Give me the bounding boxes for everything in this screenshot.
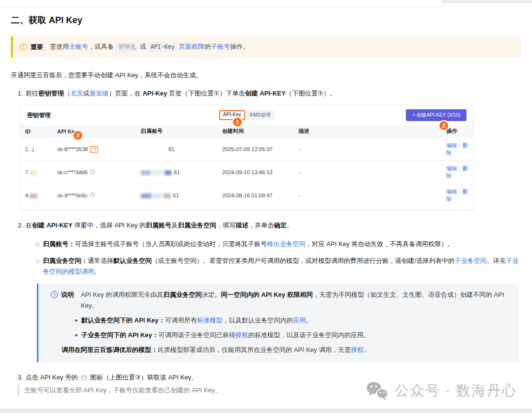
step-number: 2. bbox=[18, 220, 23, 231]
text-run: 可调用所有 bbox=[165, 317, 197, 324]
note-paragraph: ? 说明 API Key 的调用权限完全由其归属业务空间决定。同一空间内的 AP… bbox=[46, 289, 511, 311]
cell-id: 1...j bbox=[20, 138, 52, 161]
table-row: 4 sk-9****0e6c 51 2024-08-16 01:09:47 - … bbox=[20, 184, 473, 207]
link-default-workspace[interactable]: 默认业务空间 bbox=[113, 257, 152, 264]
redaction-blur bbox=[164, 193, 170, 198]
table-row: 7 sk-c****3dd6 61 2024-09-10 13:46:13 - … bbox=[20, 161, 473, 184]
top-right-partial-toolbar bbox=[441, 0, 532, 3]
copy-icon-highlighted[interactable] bbox=[90, 146, 98, 153]
link-tuned-models[interactable]: 调优后的模型 bbox=[113, 346, 151, 353]
link-authorization[interactable]: 授权 bbox=[235, 331, 248, 339]
tab-kms[interactable]: KMS管理 bbox=[246, 110, 275, 120]
bold-run: 密钥管理 bbox=[38, 90, 64, 97]
text-run: 需使用 bbox=[50, 43, 69, 50]
cell-api-key: sk-8****3538 bbox=[52, 138, 136, 161]
cell-desc: - bbox=[294, 184, 441, 207]
step-number: 3. bbox=[18, 372, 23, 383]
step-text: 在创建 API-KEY 弹窗中，选择 API Key 的归属账号及归属业务空间，… bbox=[26, 220, 521, 231]
bold-run: 描述 bbox=[235, 222, 248, 229]
text-run: 通常选择 bbox=[88, 257, 113, 264]
link-standard-models[interactable]: 标准模型 bbox=[197, 317, 223, 324]
cell-desc: - bbox=[294, 138, 441, 161]
link-singapore[interactable]: 新加坡 bbox=[90, 90, 109, 97]
wechat-icon bbox=[366, 381, 389, 401]
important-text: 需使用主账号，或具备 管理员 或 API-Key 页面权限的子账号操作。 bbox=[50, 42, 249, 52]
created-value: 2024-09-10 13:46:13 bbox=[222, 169, 272, 175]
edit-link[interactable]: 编辑 bbox=[446, 165, 457, 171]
tab-api-key[interactable]: API-Key bbox=[219, 110, 245, 120]
intro-paragraph: 开通阿里云百炼后，您需要手动创建 API Key，系统不会自动生成。 bbox=[11, 70, 521, 80]
link-authorization[interactable]: 授权 bbox=[351, 346, 364, 353]
cell-actions: 编辑|删除 bbox=[441, 184, 473, 207]
bold-run: 确定 bbox=[274, 222, 287, 229]
cell-desc: - bbox=[294, 161, 441, 184]
bullet-marker bbox=[75, 319, 77, 321]
text-run: 的标准模型，以及该子业务空间内的应用。 bbox=[248, 331, 370, 339]
doc-page: 二、获取 API Key 重要 需使用主账号，或具备 管理员 或 API-Key… bbox=[0, 0, 532, 413]
edit-link[interactable]: 编辑 bbox=[446, 142, 457, 148]
important-label: 重要 bbox=[31, 42, 43, 52]
account-suffix: 61 bbox=[174, 169, 180, 175]
id-value: 7 bbox=[25, 169, 28, 175]
step-2: 2. 在创建 API-KEY 弹窗中，选择 API Key 的归属账号及归属业务… bbox=[18, 220, 521, 231]
text-run: ，或具备 bbox=[88, 43, 116, 50]
create-api-key-button[interactable]: + 创建API-KEY (3/10) bbox=[406, 109, 466, 121]
console-header: 密钥管理 API-Key KMS管理 + 创建API-KEY (3/10) bbox=[20, 105, 473, 125]
account-bullet: 归属账号：可选择主账号或子账号（当人员离职或岗位变动时，只需将其子账号移出业务空… bbox=[36, 239, 521, 250]
cell-account: 51 bbox=[136, 184, 217, 207]
desc-value: - bbox=[299, 169, 300, 175]
edit-link[interactable]: 编辑 bbox=[446, 189, 457, 194]
api-key-value: sk-8****3538 bbox=[57, 146, 88, 152]
cell-account: 61 bbox=[136, 138, 217, 161]
link-beijing[interactable]: 北京 bbox=[70, 90, 83, 97]
col-desc: 描述 bbox=[294, 125, 441, 138]
link-main-account[interactable]: 主账号 bbox=[69, 43, 88, 50]
bullet-text: 子业务空间下的 API Key：可调用该子业务空间已获得授权的标准模型，以及该子… bbox=[81, 330, 511, 341]
text-run: ，对应 API Key 将自动失效，不再具备调用权限）。 bbox=[305, 240, 454, 248]
created-value: 2024-08-16 01:09:47 bbox=[222, 192, 272, 198]
cell-actions: 编辑|删除 bbox=[441, 161, 473, 184]
text-run: ，并单击 bbox=[248, 222, 274, 229]
text-run: 决定。 bbox=[202, 291, 221, 298]
text-run: 的 bbox=[204, 43, 211, 50]
important-callout: 重要 需使用主账号，或具备 管理员 或 API-Key 页面权限的子账号操作。 bbox=[11, 36, 521, 58]
console-screenshot: 密钥管理 API-Key KMS管理 + 创建API-KEY (3/10) ID… bbox=[20, 105, 474, 210]
console-tabs: API-Key KMS管理 bbox=[219, 110, 274, 120]
text-run: （下图位置②）。 bbox=[286, 90, 336, 97]
cell-account: 61 bbox=[136, 161, 217, 184]
bold-run: 调用在阿里云百炼 bbox=[62, 346, 113, 353]
bullet-marker bbox=[75, 334, 77, 336]
account-suffix: 61 bbox=[168, 146, 174, 152]
text-run: 前往 bbox=[26, 90, 38, 97]
link-sub-account[interactable]: 子账号 bbox=[211, 43, 230, 50]
redaction-blur bbox=[30, 193, 37, 198]
link-remove-workspace[interactable]: 移出业务空间 bbox=[267, 240, 305, 248]
bold-run: 归属账号 bbox=[146, 222, 171, 229]
text-run: 或 bbox=[138, 43, 148, 50]
desc-value: - bbox=[299, 146, 300, 152]
col-created: 创建时间 bbox=[217, 125, 294, 138]
link-page-permission[interactable]: 页面权限 bbox=[179, 43, 204, 50]
copy-icon[interactable] bbox=[90, 170, 95, 176]
text-run: API Key 的调用权限完全由其 bbox=[81, 291, 164, 298]
link-applications[interactable]: 应用 bbox=[293, 317, 306, 324]
cell-actions: 编辑|删除 bbox=[441, 138, 473, 161]
cell-created: 2024-09-10 13:46:13 bbox=[217, 161, 294, 184]
note-callout: ? 说明 API Key 的调用权限完全由其归属业务空间决定。同一空间内的 AP… bbox=[37, 284, 519, 362]
step-text: 前往密钥管理（北京或新加坡）页面，在 API-Key 页签（下图位置①）下单击创… bbox=[26, 88, 521, 99]
text-run: 。 bbox=[364, 346, 370, 353]
redaction-blur bbox=[165, 170, 171, 175]
text-run: 可选择主账号或子账号（当人员离职或岗位变动时，只需将其子账号 bbox=[75, 240, 267, 248]
bold-run: API-Key bbox=[142, 90, 167, 97]
bold-run: 创建 API-KEY bbox=[245, 90, 286, 97]
cell-api-key: sk-9****0e6c bbox=[52, 184, 136, 207]
api-key-table: ID API Key 归属账号 创建时间 描述 操作 1...j sk-8***… bbox=[20, 125, 473, 207]
link-sub-workspace[interactable]: 子业务空间 bbox=[455, 257, 487, 264]
text-run: 点击 API Key 旁的 bbox=[26, 374, 78, 381]
bold-run: 归属业务空间： bbox=[43, 257, 88, 264]
text-run: （或主账号空间）。若需管控某类用户可调用的模型，或对模型调用的费用进行分账，请创… bbox=[152, 257, 455, 264]
text-run: 。详见 bbox=[487, 257, 506, 264]
text-run: 操作。 bbox=[230, 43, 249, 50]
text-run: 及 bbox=[171, 222, 178, 229]
copy-icon[interactable] bbox=[90, 193, 95, 199]
